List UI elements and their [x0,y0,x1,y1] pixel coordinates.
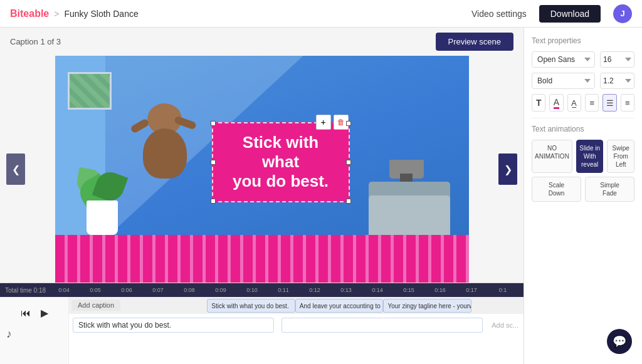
resize-handle-middleright[interactable] [346,160,351,165]
align-left-button[interactable]: ≡ [585,94,599,112]
anim-label-fade: SimpleFade [600,182,619,197]
chat-bubble-button[interactable]: 💬 [607,329,632,354]
resize-handle-topright[interactable] [346,121,351,126]
caption-text-input-2[interactable] [282,318,483,333]
align-center-button[interactable]: ☰ [603,94,616,112]
overlay-text: Stick with what you do best. [226,133,336,192]
align-left-icon: ≡ [589,98,594,108]
timeline-tracks: Add caption Stick with what you do best.… [69,297,524,364]
font-color-button[interactable]: A [549,94,563,112]
scene-canvas: + 🗑 Stick with what you do best. [55,56,469,283]
scene-floor [55,235,469,283]
play-button[interactable]: ▶ [39,306,50,320]
plant-decoration [74,160,130,235]
ruler-mark: 0:05 [80,287,111,293]
text-format-row: T A A̲ ≡ ☰ ≡ [532,94,634,112]
overlay-line1: Stick with [243,133,318,152]
timeline-segment-seg2[interactable]: And leave your accounting to us. [295,299,384,313]
video-settings-link[interactable]: Video settings [471,9,527,19]
anim-label-no: NOANIMATION [535,145,569,160]
add-scene-button[interactable]: Add sc... [487,321,524,329]
timeline-segment-seg3[interactable]: Your zingy tagline here - yourwebsi.te [383,299,471,313]
anim-label-scale: ScaleDown [549,182,565,197]
ruler-mark: 0:15 [393,287,424,293]
next-arrow-icon: ❯ [504,164,512,175]
anim-label-swipe: SwipeFromLeft [613,145,629,168]
animation-scale-down[interactable]: ScaleDown [532,177,581,202]
text-t-icon: T [536,98,542,108]
animation-slide-in[interactable]: Slide inWith reveal [576,140,604,173]
add-caption-row: Add caption Stick with what you do best.… [69,297,524,313]
ruler-mark: 0:13 [330,287,362,293]
align-right-button[interactable]: ≡ [621,94,634,112]
font-family-select[interactable]: Open Sans [532,51,595,68]
music-icon: ♪ [6,328,12,341]
add-icon: + [320,117,325,127]
ruler-mark: 0:06 [111,287,142,293]
ruler-mark: 0:14 [362,287,393,293]
download-button[interactable]: Download [539,5,601,23]
animation-simple-fade[interactable]: SimpleFade [585,177,634,202]
caption-label: Caption 1 of 3 [10,37,61,46]
editor-area: Caption 1 of 3 Preview scene ❮ [0,28,524,364]
header-left: Biteable > Funky Sloth Dance [10,8,139,19]
animation-swipe-left[interactable]: SwipeFromLeft [607,140,634,173]
header: Biteable > Funky Sloth Dance Video setti… [0,0,642,28]
plant-vase [87,200,118,235]
resize-handle-bottomleft[interactable] [211,199,216,204]
couch [369,195,450,236]
ruler-mark: 0:04 [48,287,80,293]
resize-handle-topleft[interactable] [211,121,216,126]
line-height-select[interactable]: 1.2 [600,73,634,89]
align-right-icon: ≡ [625,98,630,108]
timeline-segment-seg1[interactable]: Stick with what you do best. [207,299,295,313]
chat-icon: 💬 [613,335,626,348]
font-weight-row: Bold 1.2 [532,73,634,89]
right-panel: Text properties Open Sans 16 Bold 1.2 T [524,28,642,364]
prev-arrow-icon: ❮ [12,164,20,175]
ruler-mark: 0:11 [268,287,299,293]
overlay-line3: you do best. [233,172,329,190]
timeline-ruler: Total time 0:18 0:040:050:060:070:080:09… [0,283,524,297]
scene-picture [68,72,112,110]
ruler-mark: 0:08 [174,287,205,293]
highlight-button[interactable]: A̲ [567,94,581,112]
font-size-select[interactable]: 16 [600,51,634,68]
ruler-mark: 0:07 [142,287,174,293]
ruler-mark: 0:16 [424,287,456,293]
font-weight-select[interactable]: Bold [532,73,595,89]
animation-no-animation[interactable]: NOANIMATION [532,140,572,173]
timeline: Total time 0:18 0:040:050:060:070:080:09… [0,283,524,364]
caption-text-input[interactable] [73,318,274,333]
next-scene-button[interactable]: ❯ [498,153,517,185]
add-text-handle[interactable]: + [316,115,331,130]
avatar[interactable]: J [613,4,632,23]
font-a-icon: A [554,97,559,109]
timeline-body: ⏮ ▶ ♪ Add caption Stick with what you do… [0,297,524,364]
highlight-icon: A̲ [571,98,577,108]
add-caption-button[interactable]: Add caption [71,299,120,311]
text-style-button[interactable]: T [532,94,545,112]
divider [532,118,634,118]
logo[interactable]: Biteable [10,8,49,19]
main-area: Caption 1 of 3 Preview scene ❮ [0,28,642,364]
ruler-mark: 0:09 [205,287,236,293]
scene-picture-inner [70,74,110,108]
text-overlay[interactable]: + 🗑 Stick with what you do best. [212,122,350,202]
preview-scene-button[interactable]: Preview scene [436,33,514,51]
animations-grid-row1: NOANIMATION Slide inWith reveal SwipeFro… [532,140,634,173]
anim-label-slide: Slide inWith reveal [579,145,600,168]
music-track-icon: ♪ [0,325,68,343]
resize-handle-middleleft[interactable] [211,160,216,165]
sloth-body [143,128,187,179]
ruler-mark: 0:17 [456,287,487,293]
align-center-icon: ☰ [606,98,614,108]
prev-scene-button[interactable]: ❮ [6,153,25,185]
resize-handle-bottomright[interactable] [346,199,351,204]
total-time-label: Total time 0:18 [5,287,46,294]
bottom-input-row: Add sc... [69,313,524,336]
ruler-marks: 0:040:050:060:070:080:090:100:110:120:13… [48,287,518,293]
rewind-button[interactable]: ⏮ [19,306,32,320]
playback-controls: ⏮ ▶ [0,301,68,325]
text-props-title: Text properties [532,36,634,45]
